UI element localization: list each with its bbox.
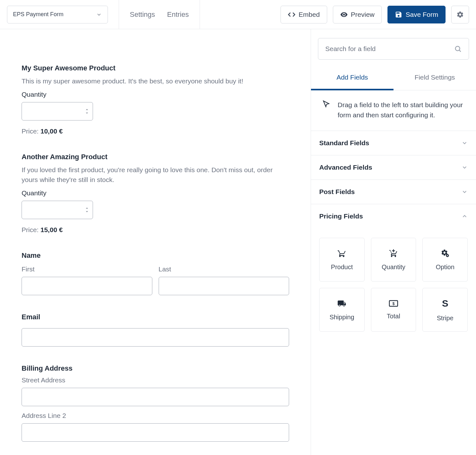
product2-title: Another Amazing Product [22,153,289,161]
svg-point-0 [455,46,460,51]
product2-qty-label: Quantity [22,189,289,197]
name-field: Name First Last [22,251,289,295]
product1-title: My Super Awesome Product [22,64,289,72]
form-canvas: My Super Awesome Product This is my supe… [0,29,311,455]
product1-desc: This is my super awesome product. It's t… [22,76,289,86]
embed-label: Embed [299,11,320,18]
action-buttons: Embed Preview Save Form [281,6,469,23]
field-card-quantity[interactable]: Quantity [371,238,416,282]
chevron-down-icon [461,164,468,171]
svg-text:$: $ [393,302,395,306]
settings-icon-button[interactable] [451,6,469,23]
form-selector[interactable]: EPS Payment Form [7,6,108,23]
product1-price: Price: 10,00 € [22,127,289,135]
stripe-icon: S [442,298,448,309]
card-label: Product [331,263,353,271]
stepper-icon[interactable] [85,207,89,213]
divider [119,0,119,29]
product1-qty-label: Quantity [22,91,289,98]
section-label: Advanced Fields [319,164,372,171]
sidebar-tabs: Add Fields Field Settings [311,66,476,90]
tab-add-fields[interactable]: Add Fields [311,66,393,90]
quantity-stepper[interactable] [22,201,93,219]
last-name-label: Last [159,265,289,273]
quantity-stepper[interactable] [22,102,93,120]
first-name-label: First [22,265,152,273]
section-label: Standard Fields [319,139,369,147]
field-card-total[interactable]: $ Total [371,288,416,332]
line2-label: Address Line 2 [22,412,289,419]
email-input[interactable] [22,328,289,347]
code-icon [288,11,295,18]
product-field-2: Another Amazing Product If you loved the… [22,153,289,234]
topbar: EPS Payment Form Settings Entries Embed … [0,0,476,29]
card-label: Quantity [382,263,405,271]
pricing-fields-content: Product Quantity Option [311,228,476,341]
gears-icon [441,249,450,258]
product2-price: Price: 15,00 € [22,226,289,234]
embed-button[interactable]: Embed [281,6,327,23]
first-name-input[interactable] [22,277,152,295]
search-icon [454,45,462,53]
svg-line-1 [459,50,461,52]
section-advanced-fields[interactable]: Advanced Fields [311,155,476,180]
stepper-icon[interactable] [85,108,89,114]
cart-add-icon [389,249,398,258]
street-input[interactable] [22,388,289,406]
svg-point-3 [447,255,448,256]
last-name-input[interactable] [159,277,289,295]
street-label: Street Address [22,376,289,384]
field-card-option[interactable]: Option [422,238,468,282]
section-pricing-fields[interactable]: Pricing Fields [311,204,476,228]
main: My Super Awesome Product This is my supe… [0,29,476,455]
billing-address-field: Billing Address Street Address Address L… [22,364,289,442]
save-button[interactable]: Save Form [387,6,446,23]
preview-label: Preview [351,11,375,18]
nav-settings[interactable]: Settings [130,10,155,19]
hint-text: Drag a field to the left to start buildi… [338,100,468,120]
drag-hint: Drag a field to the left to start buildi… [311,90,476,131]
card-label: Option [436,263,454,271]
cart-icon [337,249,346,258]
email-label: Email [22,313,289,321]
search-input[interactable] [325,45,454,53]
eye-icon [340,11,348,18]
form-selector-label: EPS Payment Form [13,11,63,18]
email-field: Email [22,313,289,347]
field-card-product[interactable]: Product [319,238,365,282]
section-label: Pricing Fields [319,212,363,220]
billing-label: Billing Address [22,364,289,373]
product-field-1: My Super Awesome Product This is my supe… [22,64,289,135]
section-post-fields[interactable]: Post Fields [311,180,476,204]
field-card-stripe[interactable]: S Stripe [422,288,468,332]
name-label: Name [22,251,289,260]
section-label: Post Fields [319,188,355,196]
card-label: Total [387,313,400,320]
chevron-up-icon [461,213,468,219]
truck-icon [337,299,346,308]
product1-qty-input[interactable] [22,102,93,120]
tab-field-settings[interactable]: Field Settings [393,66,476,90]
product2-desc: If you loved the first product, you're r… [22,165,289,185]
chevron-down-icon [461,140,468,146]
card-label: Stripe [437,315,453,322]
chevron-down-icon [96,12,102,17]
nav-entries[interactable]: Entries [167,10,189,19]
save-label: Save Form [406,11,438,18]
gear-icon [456,11,464,18]
section-standard-fields[interactable]: Standard Fields [311,131,476,155]
top-nav: Settings Entries [130,10,189,19]
search-field-box[interactable] [318,38,469,60]
cursor-icon [322,100,331,108]
card-label: Shipping [329,314,354,321]
divider [200,0,200,29]
sidebar: Add Fields Field Settings Drag a field t… [311,29,476,455]
chevron-down-icon [461,189,468,195]
save-icon [395,11,402,18]
field-card-shipping[interactable]: Shipping [319,288,365,332]
money-icon: $ [389,300,398,307]
line2-input[interactable] [22,423,289,442]
product2-qty-input[interactable] [22,201,93,219]
preview-button[interactable]: Preview [333,6,382,23]
